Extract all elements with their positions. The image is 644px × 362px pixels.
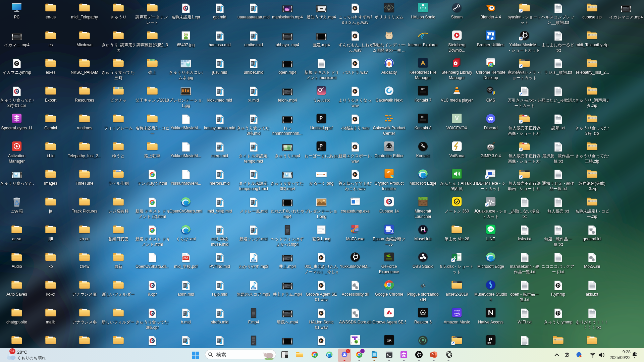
svg-text:P: P xyxy=(319,143,323,148)
svg-text:P: P xyxy=(489,337,492,342)
svg-text:amazon: amazon xyxy=(454,310,460,312)
svg-text:NT2: NT2 xyxy=(318,148,322,150)
svg-text:sfz: sfz xyxy=(420,283,425,288)
svg-text:GR: GR xyxy=(387,339,392,342)
svg-text:CPI: CPI xyxy=(387,171,390,173)
svg-text:NT2: NT2 xyxy=(488,342,491,344)
svg-text:e: e xyxy=(420,31,424,41)
svg-text:KT: KT xyxy=(421,115,425,118)
svg-text:z: z xyxy=(636,352,637,355)
svg-text:MoZA: MoZA xyxy=(352,232,358,234)
svg-text:LINE: LINE xyxy=(488,228,493,230)
svg-text:V: V xyxy=(455,115,459,121)
svg-text:music: music xyxy=(454,312,460,314)
svg-text:NT2: NT2 xyxy=(318,120,322,122)
svg-text:KT: KT xyxy=(421,87,425,90)
svg-text:P: P xyxy=(319,115,323,121)
svg-text:P: P xyxy=(431,353,434,357)
